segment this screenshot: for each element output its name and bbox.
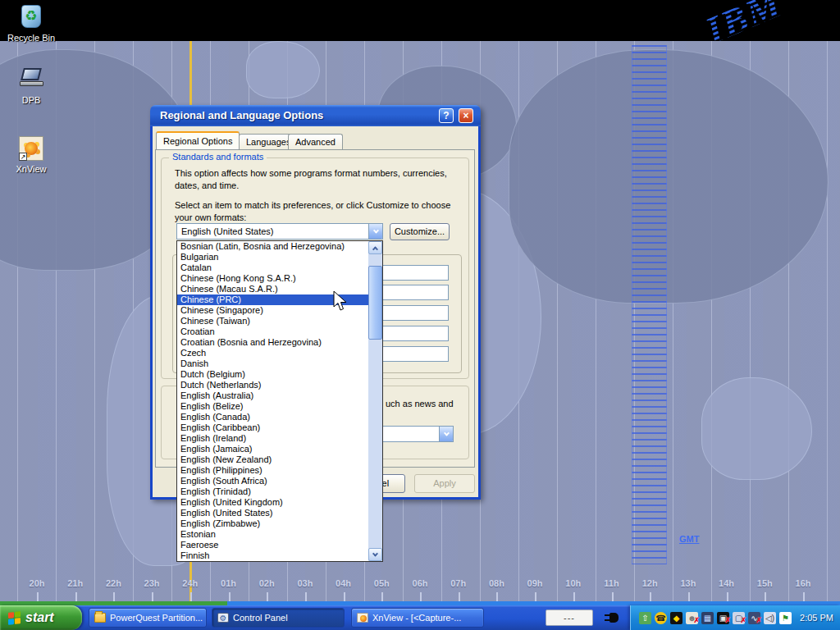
- continent-shape: [246, 41, 320, 98]
- dialog-titlebar[interactable]: Regional and Language Options ? ×: [150, 105, 481, 126]
- timezone-label: 01h: [212, 578, 245, 588]
- standards-instruction: Select an item to match its preferences,…: [175, 199, 462, 224]
- gmt-meridian-band: [632, 45, 667, 564]
- language-option[interactable]: Estonian: [177, 529, 368, 540]
- format-combobox[interactable]: English (United States): [176, 223, 383, 240]
- language-option[interactable]: English (United Kingdom): [177, 497, 368, 508]
- capture-app-disabled-icon[interactable]: ▣✗: [717, 612, 729, 624]
- scrollbar-thumb[interactable]: [368, 266, 382, 340]
- removable-media-icon[interactable]: ⇧: [639, 612, 651, 624]
- language-option[interactable]: Dutch (Belgium): [177, 369, 368, 380]
- language-option[interactable]: English (Belize): [177, 401, 368, 412]
- task-button-label: Control Panel: [233, 613, 288, 623]
- language-option[interactable]: English (United States): [177, 508, 368, 518]
- language-option[interactable]: English (Zimbabwe): [177, 518, 368, 529]
- wireless-off-icon[interactable]: ∿✗: [748, 612, 760, 624]
- timezone-label: 11h: [596, 578, 628, 588]
- timezone-label: 12h: [633, 578, 666, 588]
- continent-shape: [509, 49, 829, 304]
- language-option[interactable]: English (Canada): [177, 412, 368, 422]
- format-combobox-value: English (United States): [177, 226, 368, 236]
- language-option[interactable]: Bulgarian: [177, 252, 368, 262]
- start-button[interactable]: start: [0, 605, 82, 630]
- language-option[interactable]: Finnish: [177, 550, 368, 561]
- taskbar-task-button[interactable]: XnView - [<Capture-...: [351, 608, 484, 628]
- xnview-icon: [357, 613, 368, 623]
- laptop-icon: [17, 66, 45, 94]
- timezone-label: 15h: [748, 578, 781, 588]
- format-dropdown-list: Bosnian (Latin, Bosnia and Herzegovina)B…: [176, 240, 383, 562]
- timezone-label: 06h: [404, 578, 436, 588]
- desktop-icon-dpb[interactable]: DPB: [4, 66, 58, 105]
- language-option[interactable]: English (Trinidad): [177, 486, 368, 497]
- network-computers-icon[interactable]: ▦: [701, 612, 714, 624]
- power-plug-icon[interactable]: [605, 611, 621, 624]
- timezone-label: 02h: [250, 578, 283, 588]
- xnview-icon: ↗: [17, 135, 45, 162]
- language-option[interactable]: Chinese (Taiwan): [177, 316, 368, 326]
- tab-regional-options[interactable]: Regional Options: [156, 131, 240, 149]
- language-option[interactable]: Czech: [177, 348, 368, 358]
- language-option[interactable]: Croatian (Bosnia and Herzegovina): [177, 337, 368, 348]
- language-option[interactable]: Catalan: [177, 262, 368, 273]
- language-option[interactable]: English (New Zealand): [177, 454, 368, 465]
- icon-label: XnView: [4, 164, 58, 174]
- antivirus-diamond-icon[interactable]: ◆: [670, 612, 682, 624]
- chevron-down-icon[interactable]: [439, 427, 453, 441]
- location-text-fragment: uch as news and: [386, 398, 463, 410]
- help-button[interactable]: ?: [439, 108, 454, 123]
- taskbar-task-button[interactable]: ⚙Control Panel: [212, 608, 345, 628]
- language-option[interactable]: English (South Africa): [177, 476, 368, 486]
- scroll-up-icon[interactable]: [368, 241, 382, 254]
- system-tray: ⇧☎◆☻✗▦▣✗▢✗∿✗◁)⚑ 2:05 PM: [630, 605, 840, 630]
- windows-flag-icon: [8, 611, 21, 625]
- volume-icon[interactable]: ◁): [764, 612, 776, 624]
- language-option[interactable]: Croatian: [177, 326, 368, 337]
- offline-users-icon[interactable]: ☻✗: [686, 612, 698, 624]
- taskbar: start PowerQuest Partition...⚙Control Pa…: [0, 605, 840, 630]
- scroll-down-icon[interactable]: [368, 548, 382, 561]
- close-button[interactable]: ×: [459, 108, 473, 123]
- mouse-cursor: [333, 290, 349, 313]
- timezone-label: 04h: [327, 578, 360, 588]
- language-option[interactable]: Faeroese: [177, 540, 368, 550]
- timezone-label: 07h: [442, 578, 475, 588]
- apply-button[interactable]: Apply: [414, 474, 475, 493]
- disabled-badge-icon: ✗: [756, 614, 762, 627]
- language-option[interactable]: English (Caribbean): [177, 422, 368, 433]
- desktop-icon-xnview[interactable]: ↗ XnView: [4, 135, 58, 174]
- language-option[interactable]: Chinese (Hong Kong S.A.R.): [177, 273, 368, 284]
- deskband-toolbar[interactable]: ---: [546, 609, 593, 626]
- disabled-badge-icon: ✗: [740, 614, 746, 627]
- language-option[interactable]: English (Philippines): [177, 465, 368, 476]
- language-option[interactable]: English (Ireland): [177, 433, 368, 444]
- tray-icons: ⇧☎◆☻✗▦▣✗▢✗∿✗◁)⚑: [639, 612, 792, 624]
- timezone-label: 23h: [135, 578, 168, 588]
- timezone-label: 20h: [21, 578, 53, 588]
- language-option[interactable]: English (Australia): [177, 390, 368, 401]
- voice-modem-icon[interactable]: ☎: [655, 612, 667, 624]
- customize-button[interactable]: Customize...: [390, 223, 450, 240]
- disabled-badge-icon: ✗: [724, 614, 731, 627]
- language-option[interactable]: Bosnian (Latin, Bosnia and Herzegovina): [177, 241, 368, 252]
- language-list-items: Bosnian (Latin, Bosnia and Herzegovina)B…: [177, 241, 368, 561]
- scheduler-flag-icon[interactable]: ⚑: [779, 612, 792, 624]
- taskbar-clock[interactable]: 2:05 PM: [800, 613, 833, 623]
- list-scrollbar[interactable]: [368, 241, 382, 561]
- standards-description: This option affects how some programs fo…: [175, 167, 462, 192]
- language-option[interactable]: Dutch (Netherlands): [177, 380, 368, 390]
- taskbar-task-button[interactable]: PowerQuest Partition...: [89, 608, 207, 628]
- task-button-label: PowerQuest Partition...: [110, 613, 203, 623]
- desktop-icon-recycle-bin[interactable]: ♻ Recycle Bin: [4, 3, 58, 43]
- language-option[interactable]: Danish: [177, 358, 368, 369]
- dialog-title: Regional and Language Options: [160, 109, 323, 121]
- task-button-label: XnView - [<Capture-...: [372, 613, 461, 623]
- timezone-label: 10h: [557, 578, 590, 588]
- timezone-label: 16h: [787, 578, 819, 588]
- start-label: start: [25, 610, 54, 625]
- tab-advanced[interactable]: Advanced: [288, 134, 343, 149]
- chevron-down-icon[interactable]: [368, 224, 382, 239]
- disconnected-computer-icon[interactable]: ▢✗: [733, 612, 745, 624]
- language-option[interactable]: English (Jamaica): [177, 444, 368, 454]
- disabled-badge-icon: ✗: [693, 614, 700, 627]
